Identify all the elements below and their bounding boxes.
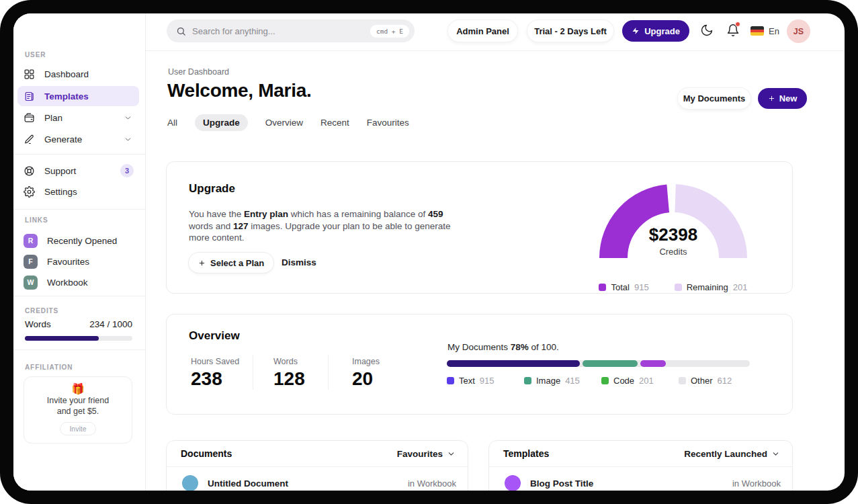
documents-card-title: Documents (181, 448, 232, 459)
link-initial-badge: F (24, 255, 38, 269)
german-flag-icon[interactable] (750, 26, 764, 36)
upgrade-card-body: You have the Entry plan which has a rema… (189, 208, 463, 244)
sidebar-item-label: Support (44, 166, 76, 176)
language-selector[interactable]: En (769, 26, 779, 36)
document-name: Untitled Document (208, 478, 288, 489)
search-icon (176, 26, 186, 36)
stat-label-words: Words (273, 357, 298, 366)
chevron-down-icon (124, 135, 132, 144)
gear-icon (24, 186, 35, 198)
select-plan-button[interactable]: Select a Plan (189, 253, 273, 273)
chevron-down-icon (447, 450, 456, 458)
body-text-bold: 459 (428, 209, 443, 219)
sidebar-item-settings[interactable]: Settings (17, 181, 139, 202)
legend-label: Text (459, 376, 475, 386)
legend-label: Remaining (687, 282, 728, 292)
search-shortcut-badge: cmd + E (370, 25, 409, 38)
templates-filter-label: Recently Launched (684, 449, 767, 459)
document-row[interactable]: Untitled Document in Workbook (167, 467, 468, 491)
legend-label: Total (611, 282, 629, 292)
template-name: Blog Post Title (530, 478, 593, 489)
sidebar-item-label: Templates (44, 91, 89, 101)
tab-overview[interactable]: Overview (265, 114, 303, 131)
progress-percent: 78% (511, 342, 529, 352)
sidebar-divider (13, 154, 146, 155)
sidebar-item-support[interactable]: Support 3 (17, 161, 139, 181)
new-button[interactable]: New (758, 88, 807, 109)
templates-card-title: Templates (503, 448, 549, 459)
documents-progress-bar (447, 360, 750, 367)
body-text: You have the (189, 209, 244, 219)
template-avatar (505, 475, 521, 491)
progress-prefix: My Documents (447, 342, 511, 352)
notification-dot (735, 22, 740, 27)
legend-swatch (601, 377, 609, 384)
invite-button[interactable]: Invite (60, 422, 95, 435)
sidebar-link-workbook[interactable]: W Workbook (17, 272, 139, 292)
upgrade-button[interactable]: Upgrade (622, 20, 689, 42)
document-location: in Workbook (408, 478, 456, 489)
templates-filter-dropdown[interactable]: Recently Launched (684, 449, 780, 459)
body-text: words and (189, 221, 233, 231)
upgrade-card: Upgrade You have the Entry plan which ha… (166, 161, 793, 294)
filter-tabs: All Upgrade Overview Recent Favourites (167, 114, 409, 131)
documents-card: Documents Favourites Untitled Document i… (166, 440, 468, 491)
my-documents-button[interactable]: My Documents (678, 88, 750, 109)
sidebar: USER Dashboard Templates Plan Generate S… (13, 13, 146, 491)
gauge-amount: $2398 (599, 224, 748, 245)
search-placeholder: Search for anything... (192, 26, 275, 36)
sidebar-item-label: Plan (44, 113, 62, 123)
new-button-label: New (779, 93, 798, 103)
plus-icon (198, 259, 206, 267)
overview-card: Overview Hours Saved 238 Words 128 Image… (166, 314, 793, 415)
legend-swatch (524, 377, 531, 384)
wallet-icon (24, 112, 35, 124)
trial-status-button[interactable]: Trial - 2 Days Left (527, 20, 613, 42)
gauge-legend: Total 915 Remaining 201 (565, 282, 781, 292)
document-icon (24, 91, 35, 102)
document-avatar (182, 475, 198, 491)
sidebar-link-label: Favourites (47, 257, 89, 267)
tab-favourites[interactable]: Favourites (367, 114, 409, 131)
sidebar-section-affiliation: AFFILIATION (25, 364, 73, 371)
sidebar-item-plan[interactable]: Plan (17, 108, 139, 128)
sidebar-link-recently-opened[interactable]: R Recently Opened (17, 230, 139, 251)
tab-upgrade[interactable]: Upgrade (195, 114, 248, 131)
tab-recent[interactable]: Recent (320, 114, 349, 131)
search-input[interactable]: Search for anything... cmd + E (167, 19, 415, 42)
legend-item-text: Text 915 (447, 376, 524, 386)
credits-progress-fill (25, 336, 99, 341)
template-row[interactable]: Blog Post Title in Workbook (489, 467, 792, 491)
body-text: which has a remaining balance of (288, 209, 428, 219)
topbar-divider (146, 50, 845, 51)
legend-swatch (679, 377, 686, 384)
credits-metric-value: 234 / 1000 (89, 319, 132, 329)
legend-label: Image (536, 376, 560, 386)
tab-all[interactable]: All (167, 114, 177, 131)
progress-suffix: of 100. (529, 342, 559, 352)
theme-toggle-button[interactable] (700, 24, 714, 37)
sidebar-item-templates[interactable]: Templates (17, 86, 139, 106)
notifications-button[interactable] (726, 24, 740, 37)
legend-item-image: Image 415 (524, 376, 601, 386)
legend-value: 915 (480, 376, 495, 386)
credits-metric-label: Words (25, 319, 51, 329)
sidebar-item-generate[interactable]: Generate (17, 129, 139, 149)
body-text-bold: Entry plan (244, 209, 288, 219)
dismiss-button[interactable]: Dismiss (282, 257, 316, 267)
sidebar-link-favourites[interactable]: F Favourites (17, 251, 139, 271)
legend-swatch (675, 284, 682, 291)
documents-filter-dropdown[interactable]: Favourites (397, 449, 456, 459)
page-title: Welcome, Maria. (167, 80, 311, 101)
support-count-badge: 3 (120, 164, 134, 177)
templates-card-header: Templates Recently Launched (489, 441, 792, 466)
admin-panel-button[interactable]: Admin Panel (448, 20, 517, 42)
template-location: in Workbook (732, 478, 781, 489)
sidebar-item-dashboard[interactable]: Dashboard (17, 64, 139, 84)
user-avatar[interactable]: JS (787, 19, 810, 43)
stat-divider (253, 355, 253, 390)
pencil-icon (24, 134, 35, 145)
legend-value: 915 (634, 282, 649, 292)
legend-value: 415 (565, 376, 580, 386)
templates-card: Templates Recently Launched Blog Post Ti… (488, 440, 793, 491)
